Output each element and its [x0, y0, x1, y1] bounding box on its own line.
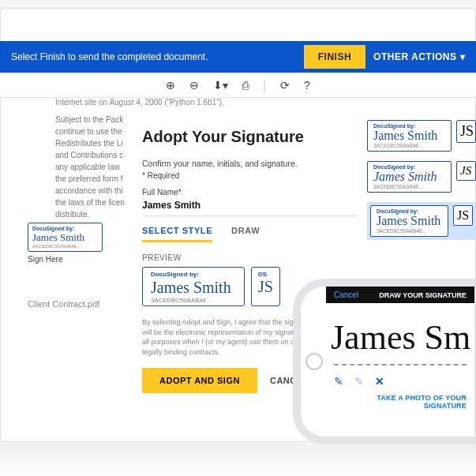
finish-button[interactable]: FINISH	[304, 45, 365, 69]
surface-reflection	[0, 444, 476, 476]
required-note: * Required	[142, 171, 358, 180]
signature-tabs: SELECT STYLE DRAW	[142, 226, 358, 242]
phone-mockup: Cancel DRAW YOUR SIGNATURE James Sm ✎ ✎ …	[293, 279, 476, 444]
help-icon[interactable]: ?	[304, 79, 310, 92]
document-toolbar: ⊕ ⊖ ⬇︎▾ ⎙ | ⟳ ?	[0, 73, 476, 98]
doc-header-line: Internet site on August 4, 2000 ("Python…	[55, 98, 224, 107]
pen-icon[interactable]: ✎	[334, 375, 343, 388]
clear-icon[interactable]: ✕	[375, 375, 384, 388]
docusigned-label: DocuSigned by:	[32, 226, 98, 231]
sign-here-tag[interactable]: DocuSigned by: James Smith 3ACED8C50AAB4…	[28, 223, 103, 264]
top-action-bar: Select Finish to send the completed docu…	[0, 41, 476, 73]
sep-icon: |	[263, 79, 266, 92]
other-actions-button[interactable]: OTHER ACTIONS ▾	[373, 51, 465, 62]
document-filename: Client Contract.pdf	[28, 299, 99, 309]
modal-title: Adopt Your Signature	[142, 128, 358, 146]
tab-draw[interactable]: DRAW	[231, 226, 260, 242]
color-icon[interactable]: ✎	[354, 375, 364, 388]
style-option-1[interactable]: DocuSigned by: James Smith 3ACED8C50AAB4…	[367, 120, 476, 152]
mini-sig-name: James Smith	[32, 231, 98, 244]
fullname-label: Full Name*	[142, 188, 358, 197]
preview-label: PREVIEW	[142, 253, 358, 262]
phone-header: Cancel DRAW YOUR SIGNATURE	[326, 287, 474, 303]
print-icon[interactable]: ⎙	[242, 79, 249, 92]
drawn-signature[interactable]: James Sm	[326, 303, 474, 361]
download-icon[interactable]: ⬇︎▾	[213, 79, 228, 92]
refresh-icon[interactable]: ⟳	[280, 79, 290, 92]
phone-cancel-button[interactable]: Cancel	[334, 290, 358, 299]
initials-preview-box[interactable]: DS JS	[251, 267, 280, 306]
signature-line	[334, 364, 467, 365]
phone-draw-tools: ✎ ✎ ✕	[326, 373, 474, 389]
other-actions-label: OTHER ACTIONS	[373, 51, 456, 62]
fullname-input[interactable]: James Smith	[142, 197, 358, 216]
home-button-icon	[305, 353, 323, 370]
zoom-in-icon[interactable]: ⊕	[166, 79, 175, 92]
topbar-message: Select Finish to send the completed docu…	[11, 51, 208, 62]
phone-title: DRAW YOUR SIGNATURE	[379, 291, 467, 299]
tab-select-style[interactable]: SELECT STYLE	[142, 226, 212, 242]
modal-subtitle: Confirm your name, initials, and signatu…	[142, 159, 358, 168]
signature-preview-box[interactable]: DocuSigned by: James Smith 3ACED8C50AAB4…	[142, 267, 245, 306]
chevron-down-icon: ▾	[460, 51, 466, 62]
sign-here-label: Sign Here	[28, 255, 103, 264]
zoom-out-icon[interactable]: ⊖	[189, 79, 199, 92]
adopt-and-sign-button[interactable]: ADOPT AND SIGN	[142, 368, 257, 393]
signature-style-list: DocuSigned by: James Smith 3ACED8C50AAB4…	[367, 120, 476, 240]
mini-sig-hash: 3ACED8C50AAB4E...	[32, 244, 98, 249]
style-option-3-selected[interactable]: DocuSigned by: James Smith 3ACED8C50AAB4…	[367, 202, 476, 240]
take-photo-link[interactable]: TAKE A PHOTO OF YOUR SIGNATURE	[326, 389, 474, 414]
style-option-2[interactable]: DocuSigned by: James Smith 3ACED8C50AAB4…	[367, 161, 476, 193]
